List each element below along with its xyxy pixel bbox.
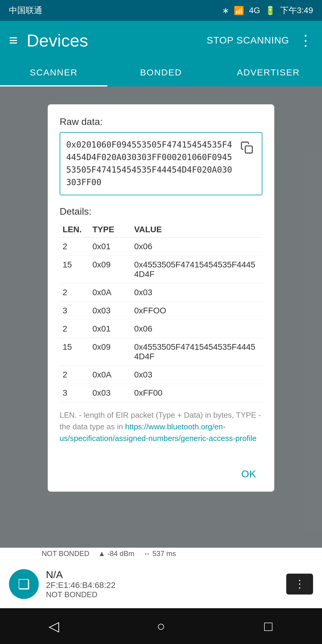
device-avatar: ❏ [9,569,39,599]
cell-type: 0x0A [89,366,131,384]
cell-value: 0x03 [131,284,262,302]
wifi-icon: 📶 [234,6,244,16]
cell-len: 3 [60,302,89,320]
details-label: Details: [60,206,262,217]
home-button[interactable]: ○ [149,614,173,638]
cell-value: 0x06 [131,238,262,256]
prev-item-footer: NOT BONDED ▲ -84 dBm ↔ 537 ms [0,548,322,560]
device-menu-button[interactable]: ⋮ [286,574,313,595]
device-mac: 2F:E1:46:B4:68:22 [46,580,279,590]
cell-len: 2 [60,284,89,302]
device-dots-icon: ⋮ [294,578,305,590]
tab-scanner[interactable]: SCANNER [0,60,107,86]
svg-rect-0 [245,146,253,153]
more-options-icon[interactable]: ⋮ [298,32,313,49]
table-row: 20x0A0x03 [60,284,262,302]
col-header-len: LEN. [60,222,89,238]
battery-icon: 🔋 [265,6,275,16]
copy-icon[interactable] [238,139,256,157]
status-icons: ∗ 📶 4G 🔋 下午3:49 [222,5,313,16]
signal-value: ▲ -84 dBm [98,549,134,558]
col-header-value: VALUE [131,222,262,238]
table-row: 20x010x06 [60,320,262,338]
dialog-note: LEN. - length of EIR packet (Type + Data… [60,409,262,444]
app-title: Devices [27,30,207,50]
cell-value: 0xFF00 [131,384,262,402]
cell-type: 0x01 [89,320,131,338]
raw-data-dialog: Raw data: 0x0201060F094553505F4741545453… [48,104,274,492]
cell-value: 0x03 [131,366,262,384]
table-row: 20x010x06 [60,238,262,256]
cell-type: 0x03 [89,302,131,320]
signal-icon: 4G [249,6,260,15]
background-content: Raw data: 0x0201060F094553505F4741545453… [0,86,322,644]
table-row: 30x030xFF00 [60,384,262,402]
cell-type: 0x01 [89,238,131,256]
time-label: 下午3:49 [280,5,313,16]
device-info: N/A 2F:E1:46:B4:68:22 NOT BONDED [46,569,279,599]
details-table: LEN. TYPE VALUE 20x010x06150x090x4553505… [60,222,262,402]
cell-len: 15 [60,256,89,284]
cell-value: 0x4553505F47415454535F44454D4F [131,256,262,284]
cell-type: 0x09 [89,338,131,366]
nav-bar: ◁ ○ □ [0,608,322,644]
status-bar: 中国联通 ∗ 📶 4G 🔋 下午3:49 [0,0,322,21]
device-status-text: NOT BONDED [46,590,279,599]
bg-device-item: NOT BONDED ▲ -84 dBm ↔ 537 ms ❏ N/A 2F:E… [0,548,322,608]
cell-type: 0x09 [89,256,131,284]
menu-icon[interactable]: ≡ [9,32,18,49]
table-row: 30x030xFFOO [60,302,262,320]
ok-button[interactable]: OK [235,465,262,483]
raw-data-label: Raw data: [60,116,262,127]
bluetooth-icon: ∗ [222,6,229,16]
app-bar: ≡ Devices STOP SCANNING ⋮ [0,21,322,60]
device-list-item[interactable]: ❏ N/A 2F:E1:46:B4:68:22 NOT BONDED ⋮ [0,560,322,608]
device-name: N/A [46,569,279,580]
raw-data-box: 0x0201060F094553505F47415454535F44454D4F… [60,132,262,195]
tab-advertiser[interactable]: ADVERTISER [215,60,322,86]
recent-apps-button[interactable]: □ [256,614,280,638]
cell-len: 2 [60,320,89,338]
cell-value: 0x4553505F47415454535F44454D4F [131,338,262,366]
back-button[interactable]: ◁ [42,614,66,638]
interval-value: ↔ 537 ms [143,549,176,558]
raw-data-value: 0x0201060F094553505F47415454535F44454D4F… [66,139,235,189]
table-row: 20x0A0x03 [60,366,262,384]
carrier-label: 中国联通 [9,5,42,16]
device-icon: ❏ [18,576,30,592]
dialog-actions: OK [48,462,274,492]
cell-type: 0x03 [89,384,131,402]
cell-len: 15 [60,338,89,366]
cell-len: 2 [60,238,89,256]
cell-len: 2 [60,366,89,384]
table-row: 150x090x4553505F47415454535F44454D4F [60,338,262,366]
cell-value: 0x06 [131,320,262,338]
dialog-body: Raw data: 0x0201060F094553505F4741545453… [48,104,274,462]
tab-bar: SCANNER BONDED ADVERTISER [0,60,322,86]
cell-value: 0xFFOO [131,302,262,320]
cell-len: 3 [60,384,89,402]
tab-bonded[interactable]: BONDED [107,60,215,86]
cell-type: 0x0A [89,284,131,302]
stop-scanning-button[interactable]: STOP SCANNING [207,35,289,46]
table-row: 150x090x4553505F47415454535F44454D4F [60,256,262,284]
not-bonded-badge: NOT BONDED [42,549,89,558]
col-header-type: TYPE [89,222,131,238]
